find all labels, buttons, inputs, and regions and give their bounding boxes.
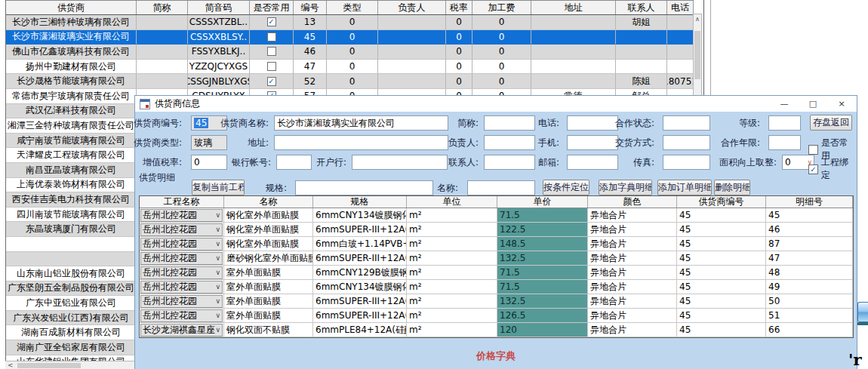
edge-glossy-button[interactable] bbox=[857, 302, 868, 322]
chevron-down-icon[interactable]: ∨ bbox=[215, 312, 220, 319]
col-address[interactable]: 地址 bbox=[531, 1, 616, 14]
project-combo-cell[interactable]: 岳州北控花园 ∨ bbox=[140, 266, 224, 280]
chevron-down-icon[interactable]: ∨ bbox=[215, 254, 220, 262]
col-type[interactable]: 类型 bbox=[327, 1, 378, 14]
detail-row[interactable]: 岳州北控花园 ∨ 室外单面贴膜 6mmSUPER-III+12A(硅.. m² … bbox=[140, 309, 853, 323]
chevron-down-icon[interactable]: ∨ bbox=[215, 240, 220, 248]
project-combobox[interactable]: 岳州北控花园 ∨ bbox=[140, 252, 223, 265]
common-checkbox[interactable] bbox=[267, 77, 276, 86]
col-shortname[interactable]: 简称 bbox=[137, 1, 188, 14]
chevron-down-icon[interactable]: ∨ bbox=[215, 269, 220, 276]
table-row[interactable]: 长沙市潇湘玻璃实业有限公司 CSSXXBLSY.. 45 0 0 0 bbox=[6, 30, 694, 45]
mobile-field[interactable] bbox=[567, 135, 618, 150]
project-combo-cell[interactable]: 岳州北控花园 ∨ bbox=[140, 223, 224, 237]
common-checkbox[interactable] bbox=[267, 17, 276, 26]
cell-price[interactable]: 148.5 bbox=[497, 237, 588, 251]
supplier-name-field[interactable]: 长沙市潇湘玻璃实业有限公司 bbox=[274, 115, 448, 131]
short-name-field[interactable] bbox=[484, 115, 535, 131]
scroll-up-icon[interactable]: ∧ bbox=[694, 16, 701, 23]
col-fee[interactable]: 加工费 bbox=[472, 1, 531, 14]
cell-price[interactable]: 71.5 bbox=[497, 208, 588, 223]
detail-row[interactable]: 岳州北控花园 ∨ 钢化室外单面贴膜 6mm白玻+1.14PVB+6mm.. m²… bbox=[140, 237, 853, 251]
detail-row[interactable]: 岳州北控花园 ∨ 钢化室外单面贴膜 6mmCNY134镀膜钢化 m² 71.5 … bbox=[140, 208, 853, 223]
cell-price[interactable]: 71.5 bbox=[497, 266, 588, 280]
spec-filter-input[interactable] bbox=[295, 180, 433, 195]
grade-field[interactable] bbox=[768, 115, 801, 131]
common-checkbox[interactable] bbox=[267, 32, 276, 42]
col-name[interactable]: 名称 bbox=[224, 196, 313, 208]
supplier-type-field[interactable]: 玻璃 bbox=[191, 135, 227, 150]
chevron-down-icon[interactable]: ∨ bbox=[215, 283, 220, 291]
phone-field[interactable] bbox=[567, 115, 618, 131]
col-code[interactable]: 简音码 bbox=[188, 1, 250, 14]
close-button[interactable]: × bbox=[828, 96, 855, 112]
principal-field[interactable] bbox=[484, 135, 535, 150]
table-row[interactable]: 长沙晟格节能玻璃有限公司 CSSGJNBLYXGS 52 0 0 0 陈姐 18… bbox=[6, 74, 694, 89]
detail-row[interactable]: 岳州北控花园 ∨ 室外单面贴膜 6mmCNY134镀膜钢化 m² 71.5 异地… bbox=[140, 280, 853, 294]
col-common[interactable]: 是否常用 bbox=[250, 1, 294, 14]
maximize-button[interactable]: □ bbox=[799, 96, 826, 112]
project-combo-cell[interactable]: 岳州北控花园 ∨ bbox=[140, 309, 224, 323]
scrollbar-thumb[interactable] bbox=[694, 31, 700, 79]
name-filter-input[interactable] bbox=[467, 180, 535, 195]
detail-row[interactable]: 岳州北控花园 ∨ 钢化室外单面贴膜 6mmSUPER-III+12A(硅.. m… bbox=[140, 223, 853, 237]
vat-field[interactable]: 0 bbox=[191, 155, 227, 170]
add-dict-detail-button[interactable]: 添加字典明细 bbox=[599, 180, 652, 195]
checkbox-box[interactable]: ✓ bbox=[808, 165, 818, 174]
project-combobox[interactable]: 长沙龙湖祺鑫星座 ∨ bbox=[140, 324, 223, 337]
copy-project-button[interactable]: 复制当前工程 bbox=[192, 180, 245, 195]
scrollbar-thumb[interactable] bbox=[17, 363, 81, 368]
chevron-down-icon[interactable]: ∨ bbox=[215, 297, 220, 305]
project-combobox[interactable]: 岳州北控花园 ∨ bbox=[140, 281, 223, 294]
col-supplier[interactable]: 供货商 bbox=[6, 1, 137, 14]
col-unit[interactable]: 单位 bbox=[407, 196, 497, 208]
address-field[interactable] bbox=[274, 135, 448, 150]
add-order-detail-button[interactable]: 添加订单明细 bbox=[657, 180, 712, 195]
chevron-down-icon[interactable]: ∨ bbox=[215, 211, 220, 219]
project-combo-cell[interactable]: 岳州北控花园 ∨ bbox=[140, 280, 224, 294]
dialog-titlebar[interactable]: 供货商信息 — □ × bbox=[135, 96, 857, 112]
col-project[interactable]: 工程名称 bbox=[140, 196, 224, 208]
project-combobox[interactable]: 岳州北控花园 ∨ bbox=[140, 266, 223, 279]
list-horizontal-scrollbar[interactable]: < bbox=[5, 361, 134, 369]
email-field[interactable] bbox=[567, 155, 618, 170]
col-supplier-no[interactable]: 供货商编号 bbox=[677, 196, 766, 208]
minimize-button[interactable]: — bbox=[771, 96, 798, 112]
detail-row[interactable]: 岳州北控花园 ∨ 室外单面贴膜 6mmCNY129B镀膜钢化 m² 71.5 异… bbox=[140, 266, 853, 280]
cell-price[interactable]: 71.5 bbox=[497, 280, 588, 294]
project-combobox[interactable]: 岳州北控花园 ∨ bbox=[140, 238, 223, 251]
table-row[interactable]: 扬州中勤建材有限公司 YZZQJCYXGS 47 0 0 0 bbox=[6, 60, 694, 75]
project-combobox[interactable]: 岳州北控花园 ∨ bbox=[140, 295, 223, 308]
detail-row[interactable]: 岳州北控花园 ∨ 磨砂钢化室外单面贴膜 6mmSUPER-III+12A(硅..… bbox=[140, 251, 853, 266]
checkbox-box[interactable] bbox=[808, 145, 818, 155]
common-checkbox[interactable] bbox=[267, 62, 276, 71]
col-detail-no[interactable]: 明细号 bbox=[766, 196, 853, 208]
col-tax[interactable]: 税率 bbox=[446, 1, 472, 14]
table-row[interactable]: 佛山市亿鑫玻璃科技有限公司 FSSYXBLKJ.. 46 0 0 0 bbox=[6, 45, 694, 60]
locate-button[interactable]: 按条件定位 bbox=[543, 180, 589, 195]
col-principal[interactable]: 负责人 bbox=[378, 1, 446, 14]
project-combo-cell[interactable]: 岳州北控花园 ∨ bbox=[140, 208, 224, 223]
col-contact[interactable]: 联系人 bbox=[616, 1, 667, 14]
cell-price[interactable]: 126.5 bbox=[497, 309, 588, 323]
col-number[interactable]: 编号 bbox=[294, 1, 327, 14]
cell-price[interactable]: 122.5 bbox=[497, 223, 588, 237]
common-checkbox[interactable] bbox=[267, 47, 276, 56]
project-combo-cell[interactable]: 岳州北控花园 ∨ bbox=[140, 237, 224, 251]
project-combobox[interactable]: 岳州北控花园 ∨ bbox=[140, 223, 223, 236]
coop-years-field[interactable] bbox=[768, 135, 801, 150]
col-spec[interactable]: 规格 bbox=[313, 196, 407, 208]
project-combo-cell[interactable]: 岳州北控花园 ∨ bbox=[140, 251, 224, 266]
col-color[interactable]: 颜色 bbox=[588, 196, 677, 208]
chevron-down-icon[interactable]: ∨ bbox=[215, 226, 220, 233]
project-combo-cell[interactable]: 岳州北控花园 ∨ bbox=[140, 294, 224, 309]
delivery-field[interactable] bbox=[663, 135, 710, 150]
detail-row[interactable]: 长沙龙湖祺鑫星座 ∨ 钢化双面不贴膜 6mmPLE84+12A(硅酮胶.. m²… bbox=[140, 323, 853, 337]
chevron-down-icon[interactable]: ∨ bbox=[215, 326, 220, 334]
cell-price[interactable]: 132.5 bbox=[497, 251, 588, 266]
contact-field[interactable] bbox=[484, 155, 535, 170]
fax-field[interactable] bbox=[663, 155, 710, 170]
bank-branch-field[interactable] bbox=[352, 155, 448, 170]
delete-detail-button[interactable]: 删除明细 bbox=[714, 180, 750, 195]
scroll-left-icon[interactable]: < bbox=[8, 361, 14, 369]
